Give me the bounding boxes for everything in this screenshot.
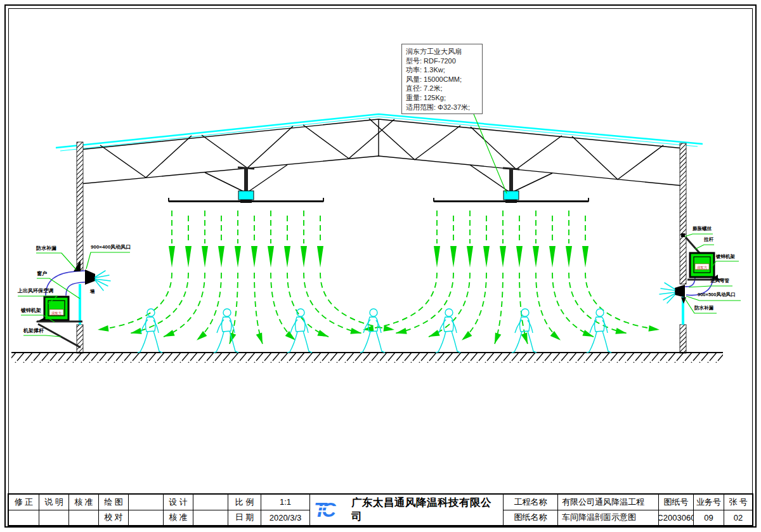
tb-approve: 核 准: [69, 495, 98, 510]
company-logo: TC: [314, 498, 348, 521]
tb-scale-value: 1:1: [261, 495, 309, 510]
hvls-fan-right: [434, 165, 589, 203]
tb-approve2-value: [193, 510, 228, 526]
label-left-frame: 镀锌机架: [21, 308, 41, 313]
label-right-tie-rod: 拉杆: [704, 237, 713, 242]
tb-approve2-label: 核 准: [164, 510, 193, 526]
spec-line-power: 功率: 1.3Kw;: [406, 65, 478, 75]
tb-date-value: 2020/3/3: [261, 510, 309, 526]
right-cooler-brand: 润东方: [697, 266, 708, 270]
tb-approve-value: [69, 510, 98, 526]
ground: [11, 353, 723, 363]
tb-draw-value: [129, 495, 163, 510]
tb-company-cell: TC 广东太昌通风降温科技有限公司: [309, 495, 503, 525]
tb-drawing-label: 图纸名称: [504, 510, 557, 526]
label-right-elbow: 送风弯管: [710, 278, 729, 283]
left-cooler-brand: 润东方: [51, 311, 62, 316]
tb-description-value: [39, 510, 68, 526]
spec-line-weight: 重量: 125Kg;: [406, 93, 478, 103]
tb-check-value: [129, 510, 163, 526]
title-block: 修 正 说 明 核 准 绘 图 校 对 设 计 核 准 比 例 日 期 1:1 …: [8, 493, 753, 526]
spec-line-model: 型号: RDF-7200: [406, 56, 478, 66]
tb-sheetno-label: 张 号: [724, 495, 752, 510]
label-left-wall: 墙: [90, 289, 95, 294]
tb-revision-value: [9, 510, 39, 526]
label-left-window: 窗户: [37, 271, 47, 276]
label-left-outlet: 900×400风动风口: [91, 245, 131, 250]
drawing-sheet: { "colors":{"flow_green":"#00d400","roof…: [0, 0, 761, 532]
tb-sheetno-value: 02: [724, 510, 752, 526]
label-left-brace: 机架撑杆: [23, 328, 44, 334]
label-left-waterproof: 防水补漏: [36, 246, 56, 251]
leader-lines: [18, 114, 741, 337]
tb-date-label: 日 期: [228, 510, 261, 526]
spec-line-airflow: 风量: 15000CMM;: [406, 75, 478, 84]
company-name: 广东太昌通风降温科技有限公司: [351, 496, 499, 524]
tb-design-label: 设 计: [164, 495, 193, 510]
roof-truss: [80, 119, 684, 186]
tb-revision: 修 正: [9, 495, 39, 510]
label-right-anchor-bolt: 膨胀螺丝: [693, 226, 712, 231]
tb-scale-label: 比 例: [228, 495, 261, 510]
spec-title: 润东方工业大风扇: [406, 47, 478, 56]
drawing-canvas: 润东方 润东方: [0, 0, 761, 532]
tb-drawingno-label: 图纸号: [659, 495, 693, 510]
people-figures: [138, 309, 611, 353]
hvls-fan-left: [169, 165, 323, 203]
label-right-frame: 镀锌机架: [716, 254, 735, 259]
tb-check-label: 校 对: [99, 510, 128, 526]
logo-tc-text: TC: [314, 499, 336, 521]
tb-project-label: 工程名称: [504, 495, 557, 510]
tb-design-value: [193, 495, 228, 510]
tb-project-value: 有限公司通风降温工程: [558, 495, 658, 510]
fan-spec-box: 润东方工业大风扇 型号: RDF-7200 功率: 1.3Kw; 风量: 150…: [401, 44, 483, 114]
spec-line-diameter: 直径: 7.2米;: [406, 84, 478, 93]
spec-line-range: 适用范围: Φ32-37米;: [406, 103, 478, 112]
tb-drawing-value: 车间降温剖面示意图: [558, 510, 658, 526]
tb-description: 说 明: [39, 495, 68, 510]
label-right-waterproof: 防水补漏: [694, 306, 713, 311]
tb-businessno-label: 业务号: [694, 495, 724, 510]
tb-draw-label: 绘 图: [99, 495, 128, 510]
tb-businessno-value: 09: [694, 510, 724, 526]
label-left-cooler: 上出风环保空调: [18, 289, 53, 294]
label-right-outlet: 900×500风动风口: [698, 292, 735, 297]
tb-drawingno-value: TC20030601: [659, 510, 693, 526]
